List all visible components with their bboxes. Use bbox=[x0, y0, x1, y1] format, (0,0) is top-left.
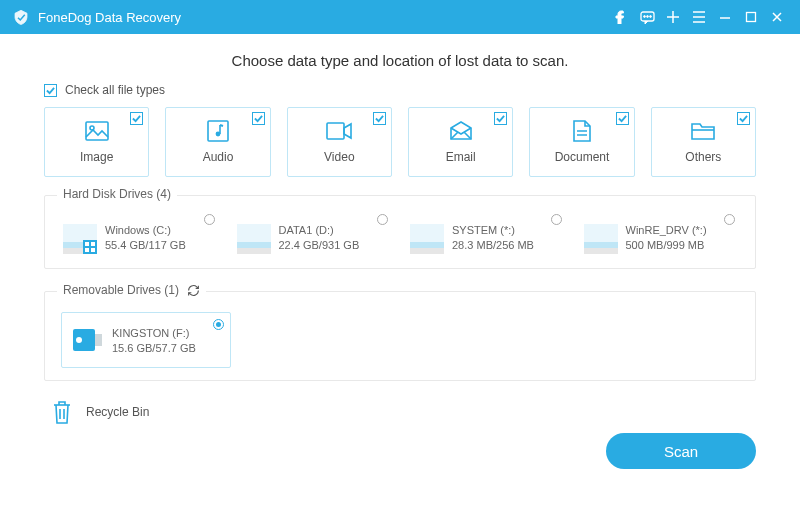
checkbox-icon[interactable] bbox=[616, 112, 629, 125]
radio-icon[interactable] bbox=[377, 214, 388, 225]
removable-drives: KINGSTON (F:)15.6 GB/57.7 GB bbox=[61, 312, 739, 368]
svg-rect-9 bbox=[327, 123, 344, 139]
filetype-row: ImageAudioVideoEmailDocumentOthers bbox=[44, 107, 756, 177]
drive-item[interactable]: Windows (C:)55.4 GB/117 GB bbox=[61, 216, 219, 256]
hard-disk-section: Hard Disk Drives (4) Windows (C:)55.4 GB… bbox=[44, 195, 756, 269]
checkbox-icon[interactable] bbox=[737, 112, 750, 125]
page-title: Choose data type and location of lost da… bbox=[44, 52, 756, 69]
hard-disk-title: Hard Disk Drives (4) bbox=[63, 187, 171, 201]
svg-rect-7 bbox=[208, 121, 228, 141]
svg-point-1 bbox=[643, 15, 645, 17]
titlebar: FoneDog Data Recovery bbox=[0, 0, 800, 34]
removable-section: Removable Drives (1) KINGSTON (F:)15.6 G… bbox=[44, 291, 756, 381]
close-button[interactable] bbox=[764, 0, 790, 34]
svg-rect-24 bbox=[95, 334, 102, 346]
minimize-button[interactable] bbox=[712, 0, 738, 34]
svg-rect-14 bbox=[91, 242, 95, 246]
radio-icon[interactable] bbox=[551, 214, 562, 225]
hard-disk-drives: Windows (C:)55.4 GB/117 GBDATA1 (D:)22.4… bbox=[61, 216, 739, 256]
email-icon bbox=[448, 120, 474, 142]
checkbox-icon[interactable] bbox=[130, 112, 143, 125]
checkbox-icon[interactable] bbox=[494, 112, 507, 125]
svg-point-3 bbox=[649, 15, 651, 17]
drive-name: SYSTEM (*:) bbox=[452, 224, 534, 236]
svg-rect-15 bbox=[85, 248, 89, 252]
image-icon bbox=[84, 120, 110, 142]
drive-name: KINGSTON (F:) bbox=[112, 327, 196, 339]
folder-icon bbox=[690, 120, 716, 142]
add-icon[interactable] bbox=[660, 0, 686, 34]
feedback-icon[interactable] bbox=[634, 0, 660, 34]
usb-icon bbox=[70, 323, 104, 357]
drive-size: 15.6 GB/57.7 GB bbox=[112, 342, 196, 354]
drive-item[interactable]: WinRE_DRV (*:)500 MB/999 MB bbox=[582, 216, 740, 256]
drive-size: 28.3 MB/256 MB bbox=[452, 239, 534, 251]
menu-icon[interactable] bbox=[686, 0, 712, 34]
radio-icon[interactable] bbox=[204, 214, 215, 225]
drive-size: 500 MB/999 MB bbox=[626, 239, 707, 251]
drive-icon bbox=[63, 220, 97, 254]
checkbox-icon[interactable] bbox=[252, 112, 265, 125]
filetype-image[interactable]: Image bbox=[44, 107, 149, 177]
drive-item[interactable]: DATA1 (D:)22.4 GB/931 GB bbox=[235, 216, 393, 256]
removable-title: Removable Drives (1) bbox=[63, 283, 179, 297]
recycle-bin-icon bbox=[48, 397, 76, 427]
filetype-label: Image bbox=[80, 150, 113, 164]
filetype-video[interactable]: Video bbox=[287, 107, 392, 177]
drive-icon bbox=[237, 220, 271, 254]
filetype-email[interactable]: Email bbox=[408, 107, 513, 177]
drive-size: 22.4 GB/931 GB bbox=[279, 239, 360, 251]
removable-drive-item[interactable]: KINGSTON (F:)15.6 GB/57.7 GB bbox=[61, 312, 231, 368]
recycle-bin-row[interactable]: Recycle Bin bbox=[44, 397, 756, 427]
drive-size: 55.4 GB/117 GB bbox=[105, 239, 186, 251]
svg-point-2 bbox=[646, 15, 648, 17]
filetype-others[interactable]: Others bbox=[651, 107, 756, 177]
svg-rect-13 bbox=[85, 242, 89, 246]
drive-name: Windows (C:) bbox=[105, 224, 186, 236]
windows-badge-icon bbox=[83, 240, 97, 254]
filetype-label: Others bbox=[685, 150, 721, 164]
video-icon bbox=[326, 120, 352, 142]
drive-name: DATA1 (D:) bbox=[279, 224, 360, 236]
filetype-label: Email bbox=[446, 150, 476, 164]
svg-rect-4 bbox=[747, 13, 756, 22]
filetype-label: Document bbox=[555, 150, 610, 164]
filetype-document[interactable]: Document bbox=[529, 107, 634, 177]
drive-item[interactable]: SYSTEM (*:)28.3 MB/256 MB bbox=[408, 216, 566, 256]
check-all-label: Check all file types bbox=[65, 83, 165, 97]
scan-button[interactable]: Scan bbox=[606, 433, 756, 469]
radio-icon[interactable] bbox=[213, 319, 224, 330]
maximize-button[interactable] bbox=[738, 0, 764, 34]
audio-icon bbox=[205, 120, 231, 142]
check-all-filetypes[interactable]: Check all file types bbox=[44, 83, 756, 97]
recycle-bin-label: Recycle Bin bbox=[86, 405, 149, 419]
svg-rect-16 bbox=[91, 248, 95, 252]
refresh-icon[interactable] bbox=[187, 284, 200, 297]
svg-point-8 bbox=[216, 132, 221, 137]
facebook-icon[interactable] bbox=[608, 0, 634, 34]
checkbox-icon[interactable] bbox=[373, 112, 386, 125]
filetype-audio[interactable]: Audio bbox=[165, 107, 270, 177]
radio-icon[interactable] bbox=[724, 214, 735, 225]
drive-name: WinRE_DRV (*:) bbox=[626, 224, 707, 236]
app-title: FoneDog Data Recovery bbox=[38, 10, 608, 25]
document-icon bbox=[569, 120, 595, 142]
svg-point-25 bbox=[76, 337, 82, 343]
drive-icon bbox=[410, 220, 444, 254]
app-logo-icon bbox=[12, 8, 30, 26]
drive-icon bbox=[584, 220, 618, 254]
filetype-label: Audio bbox=[203, 150, 234, 164]
filetype-label: Video bbox=[324, 150, 354, 164]
svg-rect-5 bbox=[86, 122, 108, 140]
checkbox-icon[interactable] bbox=[44, 84, 57, 97]
